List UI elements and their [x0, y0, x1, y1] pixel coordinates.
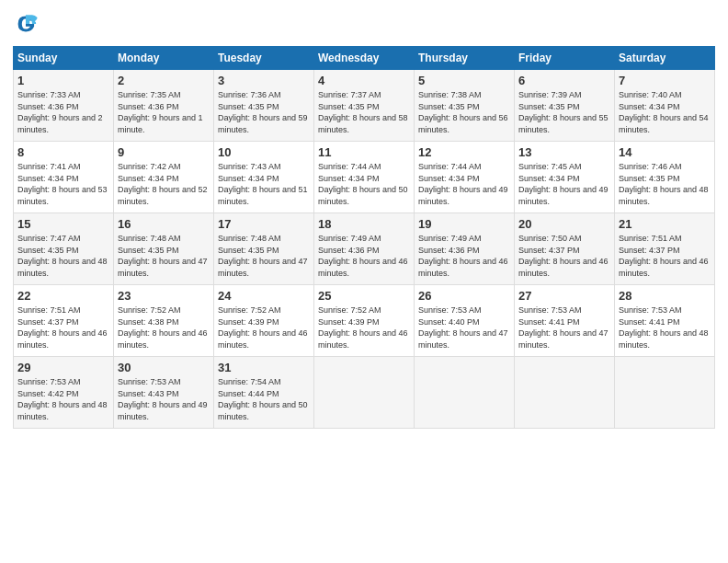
calendar-cell: 12Sunrise: 7:44 AMSunset: 4:34 PMDayligh… [415, 142, 515, 213]
day-number: 30 [118, 361, 210, 374]
day-info: Sunrise: 7:40 AMSunset: 4:34 PMDaylight:… [619, 89, 711, 135]
calendar-cell: 18Sunrise: 7:49 AMSunset: 4:36 PMDayligh… [314, 213, 415, 285]
calendar-cell: 19Sunrise: 7:49 AMSunset: 4:36 PMDayligh… [415, 213, 515, 285]
day-info: Sunrise: 7:33 AMSunset: 4:36 PMDaylight:… [17, 89, 109, 135]
calendar-cell: 17Sunrise: 7:48 AMSunset: 4:35 PMDayligh… [214, 213, 314, 285]
calendar-cell: 26Sunrise: 7:53 AMSunset: 4:40 PMDayligh… [415, 285, 515, 357]
header-day: Thursday [415, 47, 515, 70]
day-info: Sunrise: 7:54 AMSunset: 4:44 PMDaylight:… [218, 376, 310, 422]
day-number: 18 [318, 217, 410, 231]
calendar-cell: 1Sunrise: 7:33 AMSunset: 4:36 PMDaylight… [14, 70, 114, 142]
day-number: 3 [218, 74, 310, 87]
calendar-cell [314, 357, 415, 429]
day-number: 4 [318, 74, 410, 87]
day-info: Sunrise: 7:53 AMSunset: 4:41 PMDaylight:… [619, 304, 711, 350]
day-number: 31 [218, 361, 310, 374]
day-info: Sunrise: 7:49 AMSunset: 4:36 PMDaylight:… [418, 233, 510, 279]
logo-icon [13, 11, 39, 37]
day-number: 1 [17, 74, 109, 87]
calendar-week-row: 8Sunrise: 7:41 AMSunset: 4:34 PMDaylight… [14, 142, 715, 213]
day-number: 15 [17, 217, 109, 231]
day-info: Sunrise: 7:45 AMSunset: 4:34 PMDaylight:… [518, 161, 610, 207]
calendar-cell: 16Sunrise: 7:48 AMSunset: 4:35 PMDayligh… [114, 213, 214, 285]
day-info: Sunrise: 7:43 AMSunset: 4:34 PMDaylight:… [218, 161, 310, 207]
day-info: Sunrise: 7:49 AMSunset: 4:36 PMDaylight:… [318, 233, 410, 279]
calendar-table: SundayMondayTuesdayWednesdayThursdayFrid… [13, 46, 715, 429]
day-number: 22 [17, 289, 109, 303]
calendar-cell: 21Sunrise: 7:51 AMSunset: 4:37 PMDayligh… [615, 213, 715, 285]
calendar-cell: 10Sunrise: 7:43 AMSunset: 4:34 PMDayligh… [214, 142, 314, 213]
calendar-cell: 13Sunrise: 7:45 AMSunset: 4:34 PMDayligh… [515, 142, 615, 213]
calendar-cell: 30Sunrise: 7:53 AMSunset: 4:43 PMDayligh… [114, 357, 214, 429]
day-info: Sunrise: 7:46 AMSunset: 4:35 PMDaylight:… [619, 161, 711, 207]
day-info: Sunrise: 7:39 AMSunset: 4:35 PMDaylight:… [518, 89, 610, 135]
calendar-cell: 22Sunrise: 7:51 AMSunset: 4:37 PMDayligh… [14, 285, 114, 357]
day-number: 26 [418, 289, 510, 303]
day-info: Sunrise: 7:42 AMSunset: 4:34 PMDaylight:… [118, 161, 210, 207]
day-number: 8 [17, 145, 109, 159]
page-container: SundayMondayTuesdayWednesdayThursdayFrid… [0, 0, 728, 436]
calendar-cell: 27Sunrise: 7:53 AMSunset: 4:41 PMDayligh… [515, 285, 615, 357]
header-day: Tuesday [214, 47, 314, 70]
day-info: Sunrise: 7:37 AMSunset: 4:35 PMDaylight:… [318, 89, 410, 135]
header [13, 11, 715, 37]
calendar-cell: 25Sunrise: 7:52 AMSunset: 4:39 PMDayligh… [314, 285, 415, 357]
day-info: Sunrise: 7:53 AMSunset: 4:42 PMDaylight:… [17, 376, 109, 422]
day-info: Sunrise: 7:36 AMSunset: 4:35 PMDaylight:… [218, 89, 310, 135]
day-info: Sunrise: 7:41 AMSunset: 4:34 PMDaylight:… [17, 161, 109, 207]
calendar-cell: 5Sunrise: 7:38 AMSunset: 4:35 PMDaylight… [415, 70, 515, 142]
day-info: Sunrise: 7:44 AMSunset: 4:34 PMDaylight:… [418, 161, 510, 207]
day-number: 25 [318, 289, 410, 303]
day-number: 13 [518, 145, 610, 159]
day-info: Sunrise: 7:35 AMSunset: 4:36 PMDaylight:… [118, 89, 210, 135]
calendar-cell [415, 357, 515, 429]
day-info: Sunrise: 7:38 AMSunset: 4:35 PMDaylight:… [418, 89, 510, 135]
day-info: Sunrise: 7:47 AMSunset: 4:35 PMDaylight:… [17, 233, 109, 279]
calendar-week-row: 29Sunrise: 7:53 AMSunset: 4:42 PMDayligh… [14, 357, 715, 429]
calendar-cell: 24Sunrise: 7:52 AMSunset: 4:39 PMDayligh… [214, 285, 314, 357]
day-number: 21 [619, 217, 711, 231]
calendar-cell: 3Sunrise: 7:36 AMSunset: 4:35 PMDaylight… [214, 70, 314, 142]
calendar-cell [515, 357, 615, 429]
header-day: Monday [114, 47, 214, 70]
calendar-cell: 9Sunrise: 7:42 AMSunset: 4:34 PMDaylight… [114, 142, 214, 213]
day-number: 11 [318, 145, 410, 159]
day-info: Sunrise: 7:44 AMSunset: 4:34 PMDaylight:… [318, 161, 410, 207]
day-info: Sunrise: 7:53 AMSunset: 4:43 PMDaylight:… [118, 376, 210, 422]
header-day: Friday [515, 47, 615, 70]
day-number: 29 [17, 361, 109, 374]
calendar-cell: 23Sunrise: 7:52 AMSunset: 4:38 PMDayligh… [114, 285, 214, 357]
day-number: 27 [518, 289, 610, 303]
day-number: 5 [418, 74, 510, 87]
day-number: 2 [118, 74, 210, 87]
day-info: Sunrise: 7:51 AMSunset: 4:37 PMDaylight:… [619, 233, 711, 279]
calendar-week-row: 1Sunrise: 7:33 AMSunset: 4:36 PMDaylight… [14, 70, 715, 142]
day-info: Sunrise: 7:48 AMSunset: 4:35 PMDaylight:… [218, 233, 310, 279]
day-number: 12 [418, 145, 510, 159]
day-number: 28 [619, 289, 711, 303]
calendar-cell: 11Sunrise: 7:44 AMSunset: 4:34 PMDayligh… [314, 142, 415, 213]
day-info: Sunrise: 7:52 AMSunset: 4:39 PMDaylight:… [318, 304, 410, 350]
day-number: 23 [118, 289, 210, 303]
day-info: Sunrise: 7:50 AMSunset: 4:37 PMDaylight:… [518, 233, 610, 279]
day-number: 19 [418, 217, 510, 231]
day-number: 14 [619, 145, 711, 159]
header-day: Wednesday [314, 47, 415, 70]
header-row: SundayMondayTuesdayWednesdayThursdayFrid… [14, 47, 715, 70]
calendar-cell: 31Sunrise: 7:54 AMSunset: 4:44 PMDayligh… [214, 357, 314, 429]
day-info: Sunrise: 7:52 AMSunset: 4:39 PMDaylight:… [218, 304, 310, 350]
day-number: 10 [218, 145, 310, 159]
day-number: 16 [118, 217, 210, 231]
calendar-cell: 6Sunrise: 7:39 AMSunset: 4:35 PMDaylight… [515, 70, 615, 142]
calendar-cell: 7Sunrise: 7:40 AMSunset: 4:34 PMDaylight… [615, 70, 715, 142]
day-info: Sunrise: 7:53 AMSunset: 4:41 PMDaylight:… [518, 304, 610, 350]
header-day: Sunday [14, 47, 114, 70]
calendar-week-row: 22Sunrise: 7:51 AMSunset: 4:37 PMDayligh… [14, 285, 715, 357]
calendar-cell: 15Sunrise: 7:47 AMSunset: 4:35 PMDayligh… [14, 213, 114, 285]
calendar-cell: 14Sunrise: 7:46 AMSunset: 4:35 PMDayligh… [615, 142, 715, 213]
calendar-cell: 28Sunrise: 7:53 AMSunset: 4:41 PMDayligh… [615, 285, 715, 357]
day-number: 24 [218, 289, 310, 303]
day-number: 6 [518, 74, 610, 87]
calendar-cell [615, 357, 715, 429]
calendar-cell: 20Sunrise: 7:50 AMSunset: 4:37 PMDayligh… [515, 213, 615, 285]
